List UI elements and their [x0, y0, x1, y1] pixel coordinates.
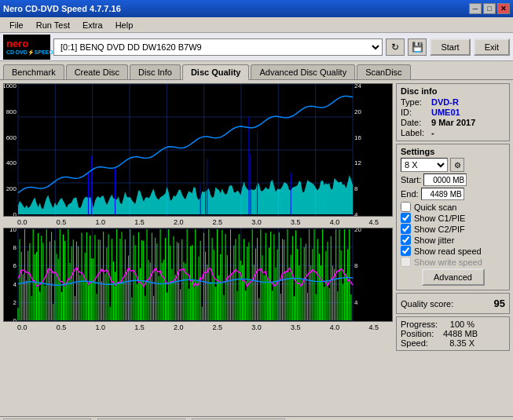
nero-logo: nero CD·DVD⚡SPEED [3, 35, 50, 60]
menu-help[interactable]: Help [109, 19, 140, 31]
date-label: Date: [401, 118, 428, 127]
menu-bar: File Run Test Extra Help [0, 17, 513, 33]
settings-title: Settings [401, 147, 505, 156]
bottom-chart [3, 228, 393, 322]
top-chart-x-axis: 0.00.5 1.01.5 2.02.5 3.03.5 4.04.5 [3, 218, 393, 226]
show-c2-row: Show C2/PIF [401, 224, 505, 234]
window-title: Nero CD-DVD Speed 4.7.7.16 [3, 4, 121, 13]
exit-button[interactable]: Exit [474, 38, 510, 56]
label-value: - [431, 128, 434, 137]
disc-type-row: Type: DVD-R [401, 97, 505, 107]
menu-run-test[interactable]: Run Test [30, 19, 76, 31]
main-content: 0.00.5 1.01.5 2.02.5 3.03.5 4.04.5 0.00.… [0, 79, 513, 416]
title-text: Nero CD-DVD Speed 4.7.7.16 [3, 4, 121, 13]
position-label: Position: [401, 329, 440, 338]
start-mb-row: Start: [401, 173, 505, 186]
start-button[interactable]: Start [430, 38, 470, 56]
window-controls: ─ □ ✕ [469, 3, 510, 14]
start-mb-input[interactable] [423, 173, 467, 186]
position-row: Position: 4488 MB [401, 329, 505, 338]
chart-area: 0.00.5 1.01.5 2.02.5 3.03.5 4.04.5 0.00.… [3, 83, 393, 413]
show-c1-row: Show C1/PIE [401, 213, 505, 223]
title-bar: Nero CD-DVD Speed 4.7.7.16 ─ □ ✕ [0, 0, 513, 17]
speed-row: Speed: 8.35 X [401, 338, 505, 348]
maximize-button[interactable]: □ [483, 3, 496, 14]
id-value: UME01 [431, 108, 460, 117]
show-write-speed-label: Show write speed [414, 257, 482, 267]
tab-disc-quality[interactable]: Disc Quality [182, 64, 250, 80]
bottom-chart-x-axis: 0.00.5 1.01.5 2.02.5 3.03.5 4.04.5 [3, 323, 393, 331]
progress-row: Progress: 100 % [401, 320, 505, 329]
show-c1-label: Show C1/PIE [414, 214, 465, 223]
show-read-speed-label: Show read speed [414, 247, 482, 256]
drive-select[interactable]: [0:1] BENQ DVD DD DW1620 B7W9 [53, 38, 383, 56]
end-mb-label: End: [401, 189, 419, 199]
disc-date-row: Date: 9 Mar 2017 [401, 118, 505, 127]
refresh-button[interactable]: ↻ [386, 38, 405, 56]
tab-create-disc[interactable]: Create Disc [66, 64, 128, 79]
top-chart-wrapper [3, 83, 393, 217]
nero-brand: nero [6, 38, 47, 50]
show-read-speed-checkbox[interactable] [401, 246, 411, 256]
type-value: DVD-R [431, 97, 459, 107]
right-panel: Disc info Type: DVD-R ID: UME01 Date: 9 … [396, 83, 510, 413]
top-chart [3, 83, 393, 217]
tab-benchmark[interactable]: Benchmark [3, 64, 64, 79]
start-mb-label: Start: [401, 175, 421, 184]
show-write-speed-checkbox [401, 257, 411, 267]
save-button[interactable]: 💾 [408, 38, 427, 56]
show-c2-checkbox[interactable] [401, 224, 411, 234]
end-mb-row: End: [401, 188, 505, 200]
bottom-chart-wrapper [3, 228, 393, 322]
disc-label-row: Label: - [401, 128, 505, 137]
quality-label: Quality score: [401, 299, 453, 309]
tab-disc-info[interactable]: Disc Info [130, 64, 181, 79]
quality-row: Quality score: 95 [401, 298, 505, 309]
tab-scan-disc[interactable]: ScanDisc [357, 64, 410, 79]
settings-section: Settings 8 X ⚙ Start: End: Quick scan [396, 144, 510, 290]
settings-icon-btn[interactable]: ⚙ [450, 158, 464, 172]
position-value: 4488 MB [443, 329, 478, 338]
type-label: Type: [401, 97, 428, 107]
speed-value: 8.35 X [443, 338, 475, 348]
menu-extra[interactable]: Extra [76, 19, 109, 31]
close-button[interactable]: ✕ [497, 3, 510, 14]
quick-scan-row: Quick scan [401, 202, 505, 212]
speed-select[interactable]: 8 X [401, 158, 448, 172]
progress-section: Progress: 100 % Position: 4488 MB Speed:… [396, 316, 510, 351]
quality-value: 95 [494, 298, 505, 309]
end-mb-input[interactable] [421, 188, 464, 200]
speed-label: Speed: [401, 338, 440, 348]
quick-scan-checkbox[interactable] [401, 202, 411, 212]
progress-label: Progress: [401, 320, 440, 329]
show-write-speed-row: Show write speed [401, 257, 505, 267]
show-read-speed-row: Show read speed [401, 246, 505, 256]
disc-info-section: Disc info Type: DVD-R ID: UME01 Date: 9 … [396, 83, 510, 141]
nero-sub: CD·DVD⚡SPEED [6, 49, 47, 56]
show-c1-checkbox[interactable] [401, 213, 411, 223]
show-jitter-label: Show jitter [414, 236, 454, 245]
show-c2-label: Show C2/PIF [414, 225, 465, 234]
disc-info-title: Disc info [401, 86, 505, 96]
show-jitter-row: Show jitter [401, 235, 505, 245]
advanced-button[interactable]: Advanced [422, 268, 485, 286]
progress-value: 100 % [443, 320, 475, 329]
speed-row: 8 X ⚙ [401, 158, 505, 172]
quick-scan-label: Quick scan [414, 203, 456, 212]
menu-file[interactable]: File [3, 19, 30, 31]
quality-section: Quality score: 95 [396, 293, 510, 314]
date-value: 9 Mar 2017 [431, 118, 475, 127]
tab-advanced-disc-quality[interactable]: Advanced Disc Quality [251, 64, 355, 79]
tab-bar: Benchmark Create Disc Disc Info Disc Qua… [0, 61, 513, 79]
minimize-button[interactable]: ─ [469, 3, 482, 14]
id-label: ID: [401, 108, 428, 117]
label-label: Label: [401, 128, 428, 137]
disc-id-row: ID: UME01 [401, 108, 505, 117]
show-jitter-checkbox[interactable] [401, 235, 411, 245]
stats-area: PI Errors Average: 170.17 Maximum: 570 T… [0, 416, 513, 420]
header-area: nero CD·DVD⚡SPEED [0:1] BENQ DVD DD DW16… [0, 33, 513, 61]
